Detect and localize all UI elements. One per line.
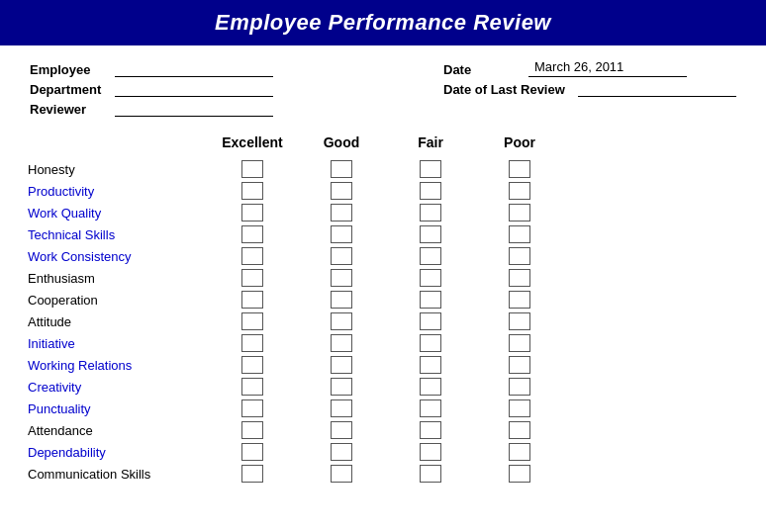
checkbox-good[interactable] [331,182,352,200]
rating-cell-excellent [208,225,297,243]
checkbox-excellent[interactable] [241,378,263,396]
checkbox-good[interactable] [331,204,352,222]
rating-cell-good [297,204,386,222]
checkbox-excellent[interactable] [241,182,263,200]
checkbox-fair[interactable] [420,378,441,396]
row-label: Enthusiasm [20,271,208,286]
rating-cell-fair [386,225,475,243]
checkbox-good[interactable] [331,291,352,309]
checkbox-poor[interactable] [509,291,530,309]
last-review-line [578,81,736,97]
rating-cell-fair [386,443,475,461]
reviewer-row: Reviewer [30,101,273,117]
table-row: Cooperation [20,289,746,310]
checkbox-excellent[interactable] [241,312,263,330]
checkbox-fair[interactable] [420,291,441,309]
checkbox-excellent[interactable] [241,247,263,265]
checkbox-poor[interactable] [509,378,530,396]
checkbox-poor[interactable] [509,421,530,439]
checkbox-poor[interactable] [509,334,530,352]
checkbox-poor[interactable] [509,465,530,483]
checkbox-good[interactable] [331,269,352,287]
table-row: Work Consistency [20,245,746,267]
checkbox-excellent[interactable] [241,269,263,287]
checkbox-excellent[interactable] [241,225,263,243]
row-label: Working Relations [20,358,208,373]
department-line [115,81,273,97]
info-right: Date March 26, 2011 Date of Last Review [443,61,736,117]
rating-cell-fair [386,378,475,396]
checkbox-excellent[interactable] [241,399,263,417]
rating-cell-poor [475,421,564,439]
table-row: Working Relations [20,354,746,376]
checkbox-poor[interactable] [509,160,530,178]
col-header-good: Good [297,134,386,150]
rating-cell-good [297,182,386,200]
checkbox-fair[interactable] [420,465,441,483]
checkbox-good[interactable] [331,356,352,374]
checkbox-poor[interactable] [509,399,530,417]
checkbox-poor[interactable] [509,356,530,374]
checkbox-fair[interactable] [420,182,441,200]
table-row: Work Quality [20,202,746,223]
rating-cell-good [297,421,386,439]
checkbox-good[interactable] [331,160,352,178]
checkbox-poor[interactable] [509,182,530,200]
checkbox-fair[interactable] [420,356,441,374]
checkbox-excellent[interactable] [241,465,263,483]
checkbox-good[interactable] [331,421,352,439]
rating-cell-poor [475,465,564,483]
ratings-table: HonestyProductivityWork QualityTechnical… [20,158,746,485]
info-section: Employee Department Reviewer Date March … [0,61,766,117]
checkbox-excellent[interactable] [241,204,263,222]
checkbox-good[interactable] [331,312,352,330]
checkbox-excellent[interactable] [241,160,263,178]
checkbox-good[interactable] [331,225,352,243]
checkbox-poor[interactable] [509,204,530,222]
checkbox-excellent[interactable] [241,421,263,439]
checkbox-excellent[interactable] [241,443,263,461]
rating-cell-poor [475,291,564,309]
header: Employee Performance Review [0,0,766,45]
checkbox-good[interactable] [331,465,352,483]
table-row: Communication Skills [20,463,746,485]
checkbox-fair[interactable] [420,160,441,178]
rating-cell-fair [386,399,475,417]
table-row: Punctuality [20,398,746,419]
date-row: Date March 26, 2011 [443,61,736,77]
checkbox-fair[interactable] [420,421,441,439]
checkbox-fair[interactable] [420,247,441,265]
checkbox-good[interactable] [331,334,352,352]
checkbox-excellent[interactable] [241,334,263,352]
checkbox-good[interactable] [331,399,352,417]
checkbox-good[interactable] [331,378,352,396]
checkbox-fair[interactable] [420,312,441,330]
checkbox-fair[interactable] [420,269,441,287]
col-header-poor: Poor [475,134,564,150]
checkbox-poor[interactable] [509,269,530,287]
checkbox-poor[interactable] [509,225,530,243]
rating-cell-good [297,312,386,330]
row-label: Work Quality [20,206,208,221]
rating-cell-good [297,225,386,243]
rating-cell-excellent [208,160,297,178]
checkbox-fair[interactable] [420,204,441,222]
checkbox-poor[interactable] [509,443,530,461]
checkbox-fair[interactable] [420,334,441,352]
rating-cell-poor [475,225,564,243]
rating-cell-fair [386,312,475,330]
checkbox-good[interactable] [331,443,352,461]
rating-cell-excellent [208,334,297,352]
checkbox-fair[interactable] [420,443,441,461]
col-header-excellent: Excellent [208,134,297,150]
checkbox-good[interactable] [331,247,352,265]
checkbox-excellent[interactable] [241,356,263,374]
checkbox-excellent[interactable] [241,291,263,309]
rating-cell-excellent [208,291,297,309]
rating-cell-good [297,356,386,374]
checkbox-poor[interactable] [509,247,530,265]
checkbox-fair[interactable] [420,225,441,243]
checkbox-poor[interactable] [509,312,530,330]
table-row: Dependability [20,441,746,463]
checkbox-fair[interactable] [420,399,441,417]
